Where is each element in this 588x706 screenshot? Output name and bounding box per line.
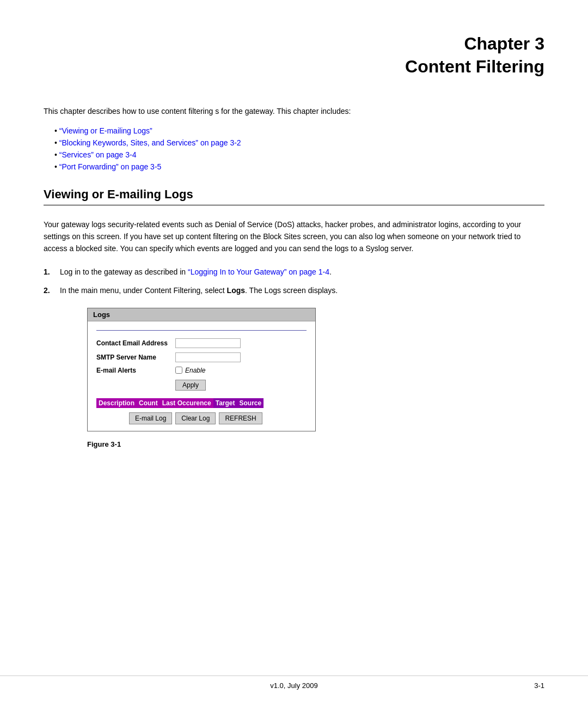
- email-alerts-label: E-mail Alerts: [96, 367, 175, 374]
- intro-text: This chapter describes how to use conten…: [44, 105, 544, 117]
- col-count: Count: [137, 398, 160, 408]
- list-item: “Services” on page 3-4: [54, 150, 544, 159]
- email-alerts-checkbox[interactable]: [175, 367, 182, 374]
- figure-label: Figure 3-1: [87, 440, 544, 448]
- enable-label: Enable: [185, 367, 205, 374]
- version-text: v1.0, July 2009: [270, 681, 317, 690]
- smtp-server-row: SMTP Server Name: [96, 352, 307, 362]
- link-viewing-logs[interactable]: “Viewing or E-mailing Logs”: [59, 126, 152, 135]
- step-2-number: 2.: [44, 284, 60, 296]
- contact-email-label: Contact Email Address: [96, 339, 175, 347]
- list-item: “Viewing or E-mailing Logs”: [54, 126, 544, 135]
- contact-email-input[interactable]: [175, 338, 241, 348]
- link-logging-in[interactable]: “Logging In to Your Gateway” on page 1-4: [188, 267, 329, 276]
- page-footer: v1.0, July 2009: [0, 675, 588, 690]
- apply-row: Apply: [175, 380, 307, 391]
- clear-log-button[interactable]: Clear Log: [175, 412, 216, 424]
- link-blocking[interactable]: “Blocking Keywords, Sites, and Services”…: [59, 138, 241, 147]
- page-number: 3-1: [534, 681, 544, 690]
- logs-panel-title: Logs: [88, 308, 315, 321]
- step-1: 1. Log in to the gateway as described in…: [44, 266, 544, 278]
- section-body-text: Your gateway logs security-related event…: [44, 218, 544, 255]
- logs-separator: [96, 330, 307, 331]
- list-item: “Port Forwarding” on page 3-5: [54, 162, 544, 171]
- chapter-title: Chapter 3 Content Filtering: [44, 33, 544, 78]
- step-2: 2. In the main menu, under Content Filte…: [44, 284, 544, 296]
- section-heading: Viewing or E-mailing Logs: [44, 187, 544, 205]
- logs-panel-body: Contact Email Address SMTP Server Name E…: [88, 321, 315, 431]
- email-alerts-row: E-mail Alerts Enable: [96, 367, 307, 374]
- chapter-header: Chapter 3 Content Filtering: [44, 22, 544, 78]
- col-description: Description: [96, 398, 137, 408]
- email-log-button[interactable]: E-mail Log: [129, 412, 172, 424]
- logs-panel: Logs Contact Email Address SMTP Server N…: [87, 308, 316, 431]
- link-port-forwarding[interactable]: “Port Forwarding” on page 3-5: [59, 162, 162, 171]
- bullet-list: “Viewing or E-mailing Logs” “Blocking Ke…: [54, 126, 544, 171]
- numbered-steps: 1. Log in to the gateway as described in…: [44, 266, 544, 297]
- col-source: Source: [237, 398, 264, 408]
- step-1-number: 1.: [44, 266, 60, 278]
- refresh-button[interactable]: REFRESH: [219, 412, 262, 424]
- apply-button[interactable]: Apply: [175, 380, 206, 391]
- link-services[interactable]: “Services” on page 3-4: [59, 150, 137, 159]
- list-item: “Blocking Keywords, Sites, and Services”…: [54, 138, 544, 147]
- contact-email-row: Contact Email Address: [96, 338, 307, 348]
- step-2-content: In the main menu, under Content Filterin…: [60, 284, 544, 296]
- smtp-server-input[interactable]: [175, 352, 241, 362]
- col-last-occurence: Last Occurence: [160, 398, 213, 408]
- step-1-content: Log in to the gateway as described in “L…: [60, 266, 544, 278]
- table-header-row: DescriptionCountLast OccurenceTargetSour…: [96, 398, 307, 407]
- smtp-server-label: SMTP Server Name: [96, 354, 175, 361]
- logs-buttons-row: E-mail Log Clear Log REFRESH: [129, 412, 307, 424]
- col-target: Target: [213, 398, 237, 408]
